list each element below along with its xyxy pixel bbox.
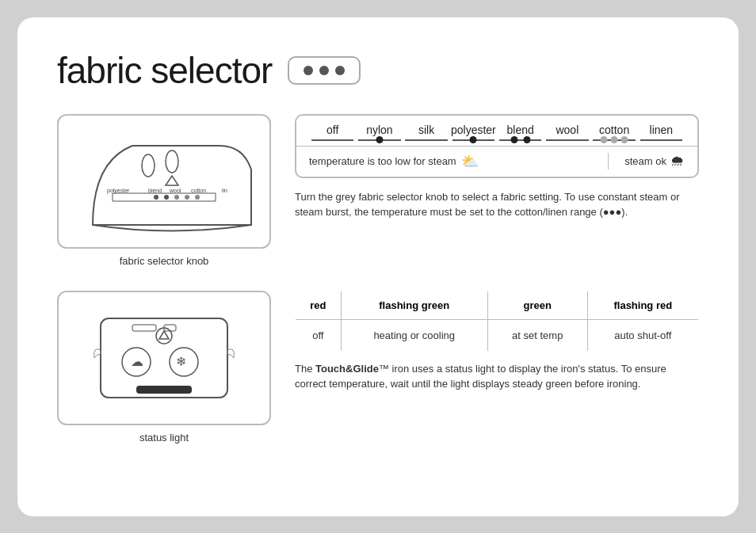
svg-text:blend: blend bbox=[148, 188, 162, 193]
svg-text:☁: ☁ bbox=[131, 355, 143, 368]
fabric-off-line bbox=[311, 139, 353, 141]
svg-text:wool: wool bbox=[169, 188, 181, 193]
fabric-knob-label: fabric selector knob bbox=[57, 255, 271, 267]
svg-text:polyester: polyester bbox=[107, 188, 130, 194]
svg-point-0 bbox=[142, 154, 155, 177]
svg-point-3 bbox=[164, 195, 169, 200]
status-table-data-row: off heating or cooling at set temp auto … bbox=[296, 319, 699, 351]
fabric-col-silk: silk bbox=[403, 124, 450, 141]
fabric-col-off: off bbox=[309, 124, 356, 141]
fabric-off-label: off bbox=[326, 124, 338, 136]
fabric-header: off nylon silk bbox=[296, 116, 697, 147]
desc-prefix: The bbox=[295, 363, 315, 375]
fabric-nylon-label: nylon bbox=[366, 124, 392, 136]
fabric-blend-label: blend bbox=[506, 124, 533, 136]
svg-point-2 bbox=[154, 195, 158, 200]
svg-point-5 bbox=[185, 195, 189, 200]
steam-ok-text: steam ok bbox=[624, 155, 666, 167]
status-description: The Touch&Glide™ iron uses a status ligh… bbox=[295, 361, 699, 392]
svg-marker-17 bbox=[159, 331, 169, 339]
status-table-wrapper: red flashing green green flashing red of… bbox=[295, 291, 699, 444]
status-table-header-row: red flashing green green flashing red bbox=[296, 291, 699, 319]
cotton-dot-2 bbox=[611, 136, 618, 143]
bottom-content: ☁ ❄ status light red fla bbox=[57, 291, 699, 444]
fabric-col-blend: blend bbox=[497, 124, 544, 141]
cotton-dot-3 bbox=[621, 136, 628, 143]
svg-text:cotton: cotton bbox=[191, 188, 206, 193]
svg-rect-14 bbox=[132, 325, 156, 331]
svg-text:❄: ❄ bbox=[176, 355, 186, 368]
fabric-blend-line bbox=[499, 139, 541, 141]
fabric-polyester-label: polyester bbox=[451, 124, 496, 136]
fabric-description: Turn the grey fabric selector knob to se… bbox=[295, 189, 699, 220]
cell-flashing-red: auto shut-off bbox=[587, 319, 698, 351]
fabric-col-linen: linen bbox=[638, 124, 685, 141]
fabric-wool-label: wool bbox=[556, 124, 578, 136]
dot-3-icon bbox=[335, 66, 345, 75]
svg-point-6 bbox=[195, 195, 200, 200]
fabric-wool-line bbox=[546, 139, 588, 141]
header-red: red bbox=[296, 291, 342, 319]
fabric-steam-row: temperature is too low for steam ⛅ steam… bbox=[296, 147, 697, 177]
cell-red: off bbox=[296, 319, 342, 351]
brand-name: Touch&Glide bbox=[315, 363, 379, 375]
dots-box bbox=[288, 56, 361, 85]
svg-marker-12 bbox=[166, 176, 178, 185]
svg-point-4 bbox=[174, 195, 179, 200]
iron-illustration: polyester blend wool cotton lin bbox=[57, 114, 271, 249]
header-flashing-red: flashing red bbox=[587, 291, 698, 319]
fabric-linen-line bbox=[640, 139, 682, 141]
svg-point-1 bbox=[166, 150, 178, 173]
fabric-col-wool: wool bbox=[544, 124, 590, 141]
dot-1-icon bbox=[304, 66, 313, 75]
title-row: fabric selector bbox=[57, 49, 699, 92]
fabric-polyester-line bbox=[452, 139, 494, 141]
fabric-silk-label: silk bbox=[418, 124, 434, 136]
fabric-cotton-line bbox=[593, 139, 635, 141]
fabric-silk-line bbox=[405, 139, 447, 141]
svg-rect-22 bbox=[136, 386, 192, 394]
steam-ok-icon: 🌧 bbox=[670, 153, 685, 169]
steam-low-icon: ⛅ bbox=[461, 153, 479, 170]
steam-low-text: temperature is too low for steam bbox=[309, 155, 456, 167]
blend-dot-2 bbox=[523, 136, 530, 143]
nylon-dot bbox=[376, 136, 383, 143]
fabric-selector-left: polyester blend wool cotton lin fabric s… bbox=[57, 114, 271, 267]
header-flashing-green: flashing green bbox=[341, 291, 487, 319]
blend-dot-1 bbox=[510, 136, 517, 143]
status-light-illustration: ☁ ❄ bbox=[57, 291, 271, 425]
cell-green: at set temp bbox=[487, 319, 587, 351]
fabric-table: off nylon silk bbox=[295, 114, 699, 178]
fabric-selector-right: off nylon silk bbox=[295, 114, 699, 267]
trademark-symbol: ™ bbox=[379, 363, 389, 375]
fabric-nylon-line bbox=[358, 139, 400, 141]
fabric-col-cotton: cotton bbox=[591, 124, 638, 141]
fabric-cotton-label: cotton bbox=[599, 124, 629, 136]
status-light-left: ☁ ❄ status light bbox=[57, 291, 271, 444]
status-table: red flashing green green flashing red of… bbox=[295, 291, 699, 352]
cotton-dot-1 bbox=[600, 136, 607, 143]
fabric-col-nylon: nylon bbox=[356, 124, 403, 141]
main-content: polyester blend wool cotton lin fabric s… bbox=[57, 114, 699, 267]
header-green: green bbox=[487, 291, 587, 319]
status-light-label: status light bbox=[57, 432, 271, 444]
steam-ok-section: steam ok 🌧 bbox=[608, 153, 685, 169]
fabric-linen-label: linen bbox=[650, 124, 674, 136]
fabric-col-polyester: polyester bbox=[450, 124, 497, 141]
steam-low-section: temperature is too low for steam ⛅ bbox=[309, 153, 608, 170]
main-page: fabric selector bbox=[17, 17, 739, 516]
polyester-dot bbox=[470, 136, 477, 143]
dot-2-icon bbox=[319, 66, 329, 75]
svg-text:lin: lin bbox=[222, 188, 227, 193]
cell-flashing-green: heating or cooling bbox=[341, 319, 487, 351]
page-title: fabric selector bbox=[57, 49, 272, 92]
